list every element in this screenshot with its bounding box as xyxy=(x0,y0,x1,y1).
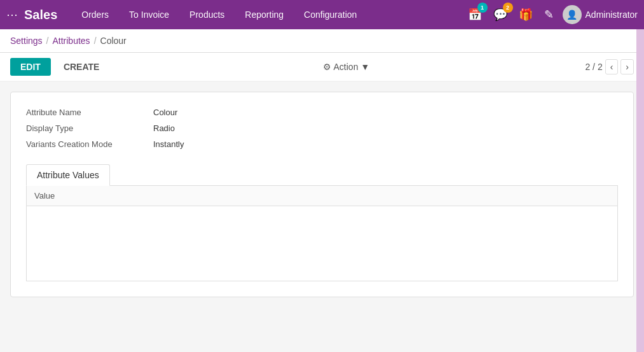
variants-mode-row: Variants Creation Mode Instantly xyxy=(26,139,618,149)
display-type-row: Display Type Radio xyxy=(26,123,618,133)
create-button[interactable]: CREATE xyxy=(56,58,107,76)
action-bar: EDIT CREATE ⚙ Action ▼ 2 / 2 ‹ › xyxy=(0,53,644,81)
variants-mode-value: Instantly xyxy=(153,139,184,149)
breadcrumb-attributes[interactable]: Attributes xyxy=(52,36,90,46)
breadcrumb-current: Colour xyxy=(100,36,127,46)
tab-attribute-values[interactable]: Attribute Values xyxy=(26,164,110,186)
breadcrumb-sep-1: / xyxy=(46,36,49,46)
topnav-right: 📅 1 💬 2 🎁 ✎ 👤 Administrator xyxy=(465,5,638,24)
menu-item-configuration[interactable]: Configuration xyxy=(295,6,366,24)
apps-menu-icon[interactable]: ⋯ xyxy=(6,8,18,22)
edit-button[interactable]: EDIT xyxy=(10,58,51,76)
menu-item-reporting[interactable]: Reporting xyxy=(236,6,292,24)
table-header-row: Value xyxy=(27,186,617,206)
action-label: Action xyxy=(334,62,359,72)
attribute-name-value: Colour xyxy=(153,108,177,117)
display-type-value: Radio xyxy=(153,123,175,133)
menu-item-to-invoice[interactable]: To Invoice xyxy=(120,6,178,24)
app-brand[interactable]: Sales xyxy=(24,8,57,22)
user-menu[interactable]: 👤 Administrator xyxy=(563,5,638,24)
tab-content-attribute-values: Value xyxy=(26,186,618,281)
display-type-label: Display Type xyxy=(26,123,153,133)
scrollbar-strip[interactable] xyxy=(636,29,644,307)
pagination-next-button[interactable]: › xyxy=(620,59,634,74)
pagination-prev-button[interactable]: ‹ xyxy=(605,59,619,74)
variants-mode-label: Variants Creation Mode xyxy=(26,139,153,149)
menu-item-orders[interactable]: Orders xyxy=(72,6,118,24)
gift-icon-btn[interactable]: 🎁 xyxy=(516,5,535,24)
breadcrumb: Settings / Attributes / Colour xyxy=(0,29,644,53)
values-table: Value xyxy=(27,186,617,206)
action-dropdown-button[interactable]: ⚙ Action ▼ xyxy=(317,58,376,76)
calendar-badge: 1 xyxy=(477,3,488,13)
wrench-icon-btn[interactable]: ✎ xyxy=(542,5,556,24)
chevron-down-icon: ▼ xyxy=(360,62,369,72)
main-content: Attribute Name Colour Display Type Radio… xyxy=(0,81,644,307)
top-navigation: ⋯ Sales Orders To Invoice Products Repor… xyxy=(0,0,644,29)
breadcrumb-sep-2: / xyxy=(94,36,97,46)
attribute-name-row: Attribute Name Colour xyxy=(26,108,618,117)
pagination: 2 / 2 ‹ › xyxy=(585,59,634,74)
gear-icon: ⚙ xyxy=(323,62,331,72)
col-value: Value xyxy=(27,186,617,206)
menu-item-products[interactable]: Products xyxy=(181,6,233,24)
breadcrumb-settings[interactable]: Settings xyxy=(10,36,43,46)
user-name: Administrator xyxy=(586,10,638,20)
attribute-name-label: Attribute Name xyxy=(26,108,153,117)
tabs-section: Attribute Values Value xyxy=(26,164,618,281)
pagination-text: 2 / 2 xyxy=(585,62,602,72)
chat-icon-btn[interactable]: 💬 2 xyxy=(491,5,510,24)
calendar-icon-btn[interactable]: 📅 1 xyxy=(465,5,484,24)
chat-badge: 2 xyxy=(503,3,513,13)
record-card: Attribute Name Colour Display Type Radio… xyxy=(10,92,634,297)
user-avatar: 👤 xyxy=(563,5,582,24)
top-menu: Orders To Invoice Products Reporting Con… xyxy=(72,6,465,24)
tabs-header: Attribute Values xyxy=(26,164,618,186)
